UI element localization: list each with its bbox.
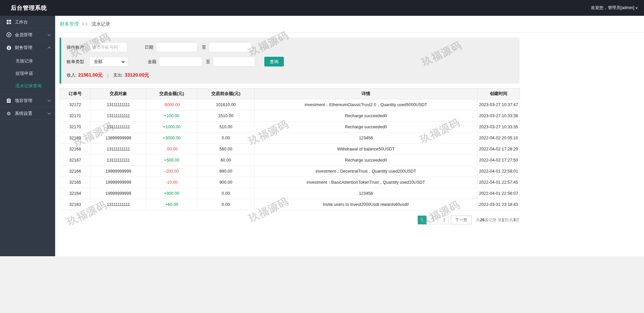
bill-type-select[interactable]: 全部: [89, 57, 128, 66]
breadcrumb-separator: >>: [82, 22, 88, 27]
sidebar-item-label: 财务管理: [15, 45, 48, 51]
cell-balance: 101610.00: [197, 99, 255, 110]
cell-time: 2022-04-02 20:05:10: [478, 133, 520, 144]
sidebar-item-settings[interactable]: ⚙ 系统设置: [0, 107, 55, 120]
records-table: 订单号 交易对象 交易金额(元) 交易前余额(元) 详情 创建时间 32172 …: [60, 88, 520, 210]
date-to-input[interactable]: [209, 42, 252, 52]
chevron-down-icon: [48, 98, 51, 102]
cell-balance: 560.00: [197, 144, 255, 155]
sidebar-item-label: 系统设置: [15, 110, 48, 117]
cell-balance: 900.00: [197, 177, 255, 188]
table-row: 32167 13111111111 +500.00 60.00 Recharge…: [60, 155, 520, 166]
sidebar-subitem-label: 充值记录: [15, 58, 33, 64]
chevron-down-icon: [121, 60, 125, 63]
amount-from-input[interactable]: [159, 57, 202, 66]
member-icon: [6, 32, 11, 38]
chevron-down-icon: ∨: [635, 6, 638, 10]
table-header-row: 订单号 交易对象 交易金额(元) 交易前余额(元) 详情 创建时间: [60, 88, 520, 99]
table-row: 32171 13111111111 +100.00 1510.00 Rechar…: [60, 110, 520, 122]
summary-text: 共: [476, 218, 480, 222]
sidebar-subitem-label: 流水记录查询: [15, 83, 42, 89]
welcome-text: 欢迎您，管理员[admin]: [591, 5, 634, 11]
dashboard-icon: [6, 19, 11, 25]
table-row: 32165 19999999999 -10.00 900.00 investme…: [60, 177, 520, 188]
cell-time: 2023-03-27 10:33:38: [478, 110, 520, 122]
cell-order-id: 32164: [60, 188, 91, 199]
income-value: 21561.00元: [78, 72, 103, 78]
account-input[interactable]: [89, 42, 127, 52]
table-body: 32172 13111111111 -5000.00 101610.00 inv…: [60, 99, 520, 210]
summary-text: 页: [516, 218, 520, 222]
summary-text: 条记录 第: [485, 218, 502, 222]
current-page: 1: [502, 218, 504, 222]
app-title: 后台管理系统: [11, 4, 47, 12]
cell-target: 13111111111: [91, 199, 146, 210]
breadcrumb-section[interactable]: 财务管理: [60, 21, 79, 27]
page-button-1[interactable]: 1: [418, 216, 426, 224]
cell-amount: -200.00: [146, 166, 197, 177]
cell-order-id: 32172: [60, 99, 91, 110]
cell-detail: investment：DecentralTrust，Quantity used2…: [255, 166, 478, 177]
sidebar-item-workbench[interactable]: 工作台: [0, 16, 55, 29]
table-row: 32164 19999999999 +900.00 0.00 123456 20…: [60, 188, 520, 199]
cell-time: 2023-03-27 10:33:35: [478, 122, 520, 133]
breadcrumb: 财务管理 >> 流水记录: [55, 16, 644, 33]
cell-amount: +500.00: [146, 155, 197, 166]
cell-time: 2022-04-01 22:57:45: [478, 177, 520, 188]
table-row: 32170 13111111111 +1000.00 510.00 Rechar…: [60, 122, 520, 133]
cell-detail: 123456: [255, 188, 478, 199]
cell-amount: -50.00: [146, 144, 197, 155]
cell-order-id: 32167: [60, 155, 91, 166]
account-label: 操作账户: [67, 44, 87, 50]
table-row: 32168 13111111111 -50.00 560.00 Withdraw…: [60, 144, 520, 155]
cell-time: 2022-04-02 17:28:29: [478, 144, 520, 155]
cell-amount: +3000.00: [146, 133, 197, 144]
cell-balance: 0.00: [197, 133, 255, 144]
summary-row: 收入: 21561.00元 | 支出: 33120.00元: [67, 72, 520, 78]
sidebar-item-withdrawal-requests[interactable]: 提现申请: [0, 67, 55, 80]
pagination-summary: 共26条记录 第1页/共3页: [476, 217, 520, 223]
cell-time: 2022-04-01 22:58:01: [478, 166, 520, 177]
cell-balance: 510.00: [197, 122, 255, 133]
cell-order-id: 32165: [60, 177, 91, 188]
sidebar-item-recharge-records[interactable]: 充值记录: [0, 55, 55, 67]
cell-detail: investment：EthereumClassicTrust2.0，Quant…: [255, 99, 478, 110]
chevron-down-icon: [48, 33, 51, 36]
page-button-3[interactable]: 3: [440, 216, 449, 224]
sidebar-subitem-label: 提现申请: [15, 71, 33, 77]
cell-target: 19999999999: [91, 177, 146, 188]
sidebar-item-members[interactable]: 会员管理: [0, 29, 55, 41]
cell-amount: -5000.00: [146, 99, 197, 110]
cell-order-id: 32163: [60, 199, 91, 210]
next-page-button[interactable]: 下一页: [451, 216, 472, 224]
date-from-input[interactable]: [156, 42, 197, 52]
sidebar-item-transaction-records[interactable]: 流水记录查询: [0, 80, 55, 92]
cell-detail: Invite users to invest2000Usdt rewards60…: [255, 199, 478, 210]
col-order-id: 订单号: [60, 88, 91, 99]
sidebar-item-projects[interactable]: 项目管理: [0, 94, 55, 107]
cell-target: 19999999999: [91, 188, 146, 199]
cell-order-id: 32169: [60, 133, 91, 144]
user-menu[interactable]: . 欢迎您，管理员[admin] ∨: [588, 5, 638, 11]
col-detail: 详情: [255, 88, 478, 99]
sidebar-item-label: 会员管理: [15, 32, 48, 38]
chevron-up-icon: [48, 46, 51, 50]
search-button[interactable]: 查询: [264, 57, 284, 66]
cell-amount: +100.00: [146, 110, 197, 122]
page-button-2[interactable]: 2: [429, 216, 438, 224]
amount-to-input[interactable]: [213, 57, 255, 66]
sidebar-item-finance[interactable]: 财务管理: [0, 41, 55, 54]
finance-icon: [6, 45, 11, 50]
cell-amount: +1000.00: [146, 122, 197, 133]
summary-divider: |: [107, 73, 108, 78]
col-created: 创建时间: [478, 88, 520, 99]
cell-target: 13111111111: [91, 110, 146, 122]
table-row: 32163 13111111111 +60.00 0.00 Invite use…: [60, 199, 520, 210]
cell-order-id: 32166: [60, 166, 91, 177]
cell-detail: 123456: [255, 133, 478, 144]
cell-target: 13111111111: [91, 155, 146, 166]
cell-target: 13111111111: [91, 99, 146, 110]
cell-amount: +60.00: [146, 199, 197, 210]
cell-time: 2022-04-02 17:27:50: [478, 155, 520, 166]
cell-balance: 0.00: [197, 188, 255, 199]
